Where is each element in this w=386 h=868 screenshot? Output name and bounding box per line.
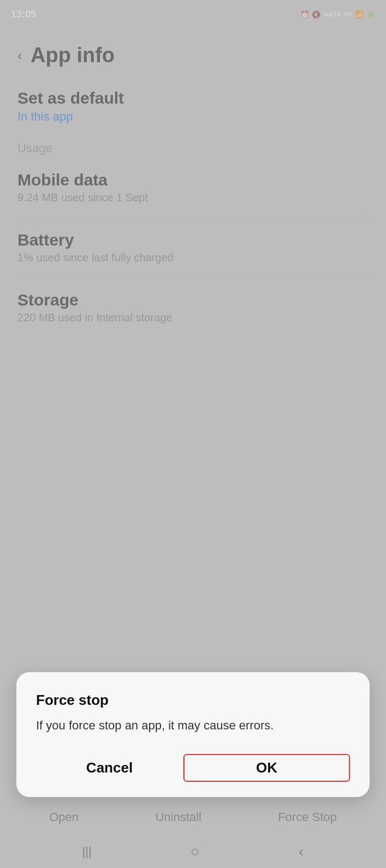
dialog-message: If you force stop an app, it may cause e… xyxy=(36,717,350,734)
force-stop-dialog: Force stop If you force stop an app, it … xyxy=(16,672,370,797)
dialog-buttons: Cancel OK xyxy=(36,754,350,782)
ok-button[interactable]: OK xyxy=(183,754,350,782)
dialog-title: Force stop xyxy=(36,692,350,709)
cancel-button[interactable]: Cancel xyxy=(36,759,183,776)
